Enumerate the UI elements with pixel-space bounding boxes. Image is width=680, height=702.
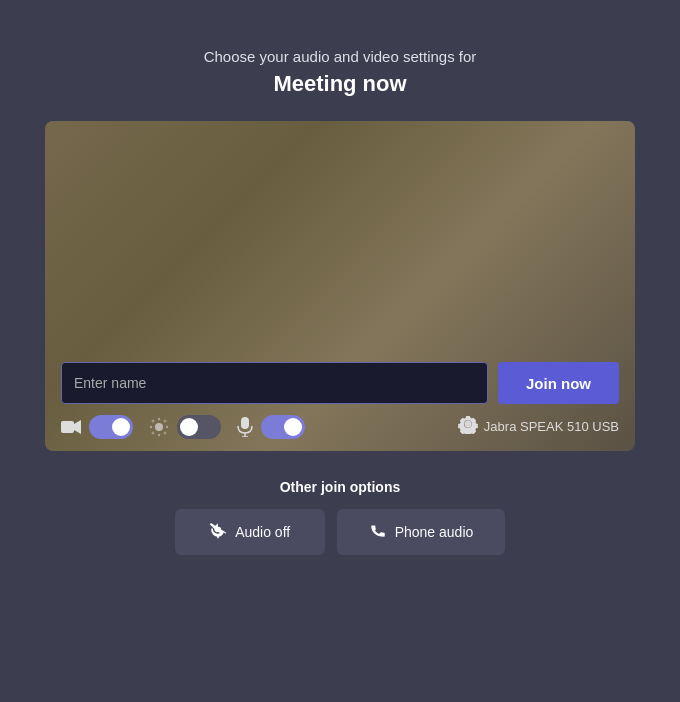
svg-rect-0 [61,421,74,433]
video-preview: Join now [45,121,635,451]
svg-point-6 [164,431,167,434]
other-options-section: Other join options Audio off Phone audio [45,479,635,555]
svg-point-3 [152,419,155,422]
header-subtitle: Choose your audio and video settings for [204,48,477,65]
blur-control-group [149,415,221,439]
controls-row: Jabra SPEAK 510 USB [61,414,619,439]
svg-point-14 [466,422,470,426]
svg-point-5 [152,431,155,434]
header: Choose your audio and video settings for… [204,48,477,97]
audio-off-icon [209,521,227,543]
mic-toggle[interactable] [261,415,305,439]
settings-group: Jabra SPEAK 510 USB [458,414,619,439]
device-name: Jabra SPEAK 510 USB [484,419,619,434]
blur-toggle-knob [180,418,198,436]
settings-icon[interactable] [458,414,478,439]
mic-control-group [237,415,305,439]
svg-point-9 [150,425,152,427]
svg-point-7 [158,417,160,419]
blur-icon [149,417,169,437]
svg-point-4 [164,419,167,422]
phone-audio-label: Phone audio [395,524,474,540]
video-bottom-bar: Join now [45,350,635,451]
phone-icon [369,521,387,543]
phone-audio-button[interactable]: Phone audio [337,509,506,555]
blur-toggle[interactable] [177,415,221,439]
svg-point-10 [166,425,168,427]
camera-icon [61,419,81,435]
camera-toggle[interactable] [89,415,133,439]
svg-marker-1 [74,420,81,434]
mic-icon [237,417,253,437]
header-title: Meeting now [204,71,477,97]
audio-off-label: Audio off [235,524,290,540]
svg-point-2 [155,423,163,431]
other-options-title: Other join options [45,479,635,495]
audio-off-button[interactable]: Audio off [175,509,325,555]
camera-control-group [61,415,133,439]
options-buttons: Audio off Phone audio [45,509,635,555]
camera-toggle-knob [112,418,130,436]
svg-rect-11 [241,417,249,429]
join-row: Join now [61,362,619,404]
join-button[interactable]: Join now [498,362,619,404]
svg-point-8 [158,433,160,435]
mic-toggle-knob [284,418,302,436]
name-input[interactable] [61,362,488,404]
